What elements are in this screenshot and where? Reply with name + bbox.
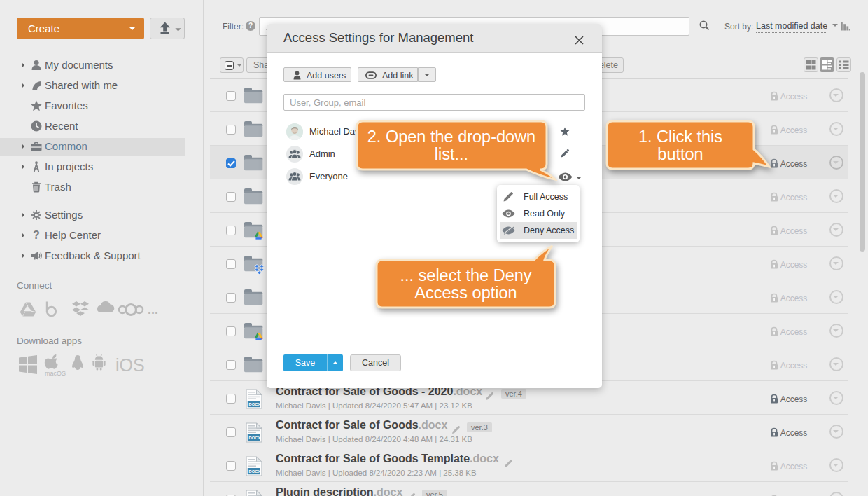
- svg-text:DOCX: DOCX: [249, 436, 261, 440]
- svg-text:macOS: macOS: [45, 370, 66, 377]
- svg-text:DOCX: DOCX: [249, 402, 261, 406]
- svg-text:iOS: iOS: [115, 355, 145, 375]
- svg-text:...: ...: [148, 303, 158, 317]
- svg-text:DOCX: DOCX: [249, 469, 261, 474]
